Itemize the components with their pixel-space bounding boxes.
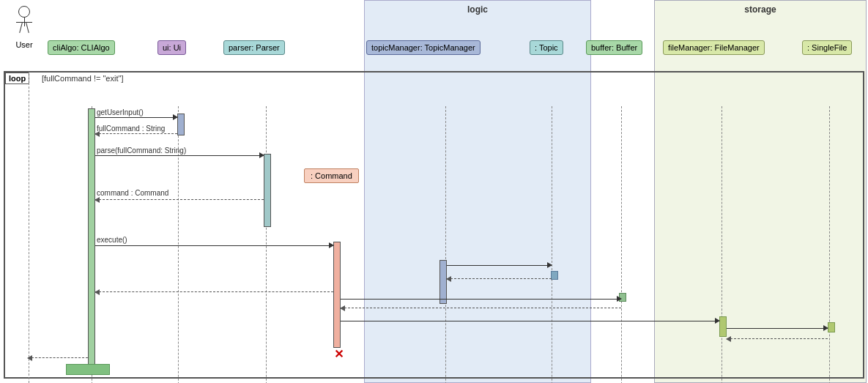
user-label: User [13,40,35,49]
loop-condition: [fullCommand != "exit"] [42,74,123,83]
msg-fullcommand-arrow [95,133,177,134]
msg-fullcommand-label: fullCommand : String [97,124,165,133]
activation-topic [551,271,558,280]
storage-label: storage [655,4,866,15]
msg-getuserinput-label: getUserInput() [97,108,144,116]
msg-to-filemanager-arrow [341,321,719,321]
topicmanager-lifeline [445,106,446,383]
msg-from-topic-arrow [447,278,552,279]
actor-topic: : Topic [530,40,563,55]
topic-box: : Topic [530,40,563,55]
termination-x: ✕ [334,347,344,361]
user-lifeline [29,72,29,383]
msg-command-return-arrow [95,199,264,200]
msg-command-label: command : Command [97,189,168,197]
singlefile-lifeline [829,106,830,383]
singlefile-box: : SingleFile [802,40,852,55]
logic-label: logic [365,4,590,15]
activation-topicmanager-execute [333,242,341,348]
filemanager-box: fileManager: FileManager [663,40,765,55]
user-head-icon [18,6,30,18]
actor-user: User [13,6,35,49]
clialgo-bottom-bar [66,364,110,375]
ui-box: ui: Ui [157,40,186,55]
msg-to-user-arrow [28,357,88,358]
activation-filemanager [719,316,727,337]
clialgo-box: cliAlgo: CLIAlgo [48,40,115,55]
actor-clialgo: cliAlgo: CLIAlgo [48,40,115,55]
user-leg-right-icon [26,23,29,33]
msg-to-buffer-arrow [341,299,621,300]
buffer-box: buffer: Buffer [586,40,642,55]
parser-box: parser: Parser [223,40,285,55]
activation-ui-get [177,114,185,135]
msg-execute-return-arrow [95,291,333,292]
actor-parser: parser: Parser [223,40,285,55]
parser-lifeline [266,106,267,383]
actor-ui: ui: Ui [157,40,186,55]
activation-topicmanager-inner [439,260,447,304]
activation-clialgo [88,108,95,368]
loop-label: loop [5,72,29,84]
msg-from-buffer-arrow [341,308,621,308]
activation-parser-parse [264,154,271,227]
msg-getuserinput-arrow [95,117,177,118]
actor-topicmanager: topicManager: TopicManager [366,40,481,55]
actor-singlefile: : SingleFile [802,40,852,55]
topicmanager-box: topicManager: TopicManager [366,40,481,55]
command-creation-box: : Command [304,168,359,183]
actor-filemanager: fileManager: FileManager [663,40,765,55]
filemanager-lifeline [722,106,722,383]
activation-singlefile [828,322,835,332]
msg-parse-arrow [95,155,264,156]
user-leg-left-icon [19,23,23,33]
user-icon [13,6,35,39]
msg-execute-arrow [95,245,333,246]
msg-execute-label: execute() [97,236,127,244]
sequence-diagram: logic storage loop [fullCommand != "exit… [0,0,868,383]
msg-to-topic-arrow [447,265,552,266]
actor-buffer: buffer: Buffer [586,40,642,55]
msg-from-singlefile-arrow [727,338,828,339]
topic-lifeline [552,106,552,383]
msg-parse-label: parse(fullCommand: String) [97,146,186,155]
msg-to-singlefile-arrow [727,328,828,329]
buffer-lifeline [621,106,622,383]
